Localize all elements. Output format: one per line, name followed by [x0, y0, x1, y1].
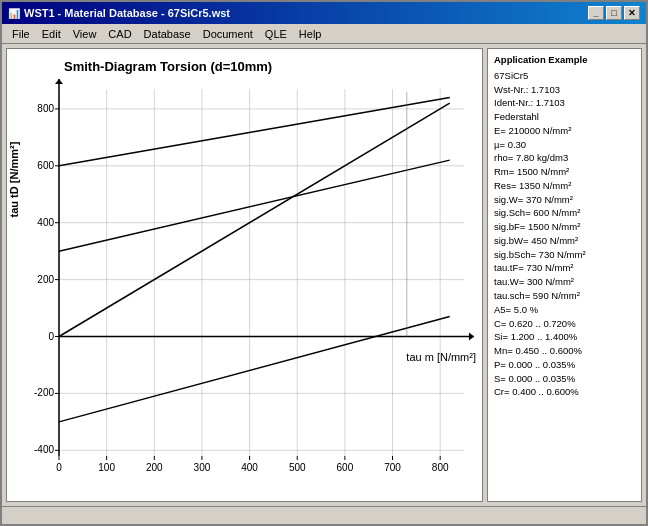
menu-edit[interactable]: Edit	[36, 26, 67, 42]
content-area: Application Example 67SiCr5 Wst-Nr.: 1.7…	[2, 44, 646, 506]
info-rho: rho= 7.80 kg/dm3	[494, 151, 635, 165]
status-bar	[2, 506, 646, 524]
info-sigbF: sig.bF= 1500 N/mm²	[494, 220, 635, 234]
window-icon: 📊	[8, 8, 20, 19]
info-C: C= 0.620 .. 0.720%	[494, 317, 635, 331]
menu-database[interactable]: Database	[138, 26, 197, 42]
menu-qle[interactable]: QLE	[259, 26, 293, 42]
info-sigbW: sig.bW= 450 N/mm²	[494, 234, 635, 248]
info-S: S= 0.000 .. 0.035%	[494, 372, 635, 386]
info-wst-nr: Wst-Nr.: 1.7103	[494, 83, 635, 97]
menu-file[interactable]: File	[6, 26, 36, 42]
info-mu: µ= 0.30	[494, 138, 635, 152]
info-material: 67SiCr5	[494, 69, 635, 83]
info-ident-nr: Ident-Nr.: 1.7103	[494, 96, 635, 110]
info-A5: A5= 5.0 %	[494, 303, 635, 317]
chart-area	[6, 48, 483, 502]
info-Cr: Cr= 0.400 .. 0.600%	[494, 385, 635, 399]
info-P: P= 0.000 .. 0.035%	[494, 358, 635, 372]
menu-bar: File Edit View CAD Database Document QLE…	[2, 24, 646, 44]
main-window: 📊 WST1 - Material Database - 67SiCr5.wst…	[0, 0, 648, 526]
info-sigW: sig.W= 370 N/mm²	[494, 193, 635, 207]
info-tauF: tau.tF= 730 N/mm²	[494, 261, 635, 275]
info-sigbSch: sig.bSch= 730 N/mm²	[494, 248, 635, 262]
info-Res: Res= 1350 N/mm²	[494, 179, 635, 193]
info-panel: Application Example 67SiCr5 Wst-Nr.: 1.7…	[487, 48, 642, 502]
menu-help[interactable]: Help	[293, 26, 328, 42]
window-title: WST1 - Material Database - 67SiCr5.wst	[24, 7, 230, 19]
info-tauW: tau.W= 300 N/mm²	[494, 275, 635, 289]
info-E: E= 210000 N/mm²	[494, 124, 635, 138]
info-Mn: Mn= 0.450 .. 0.600%	[494, 344, 635, 358]
info-sigSch: sig.Sch= 600 N/mm²	[494, 206, 635, 220]
menu-cad[interactable]: CAD	[102, 26, 137, 42]
menu-document[interactable]: Document	[197, 26, 259, 42]
info-Rm: Rm= 1500 N/mm²	[494, 165, 635, 179]
menu-view[interactable]: View	[67, 26, 103, 42]
minimize-button[interactable]: _	[588, 6, 604, 20]
info-title: Application Example	[494, 53, 635, 67]
title-bar-controls: _ □ ✕	[588, 6, 640, 20]
info-tauSch: tau.sch= 590 N/mm²	[494, 289, 635, 303]
maximize-button[interactable]: □	[606, 6, 622, 20]
info-type: Federstahl	[494, 110, 635, 124]
smith-diagram-canvas	[7, 49, 482, 501]
title-bar-left: 📊 WST1 - Material Database - 67SiCr5.wst	[8, 7, 230, 19]
close-button[interactable]: ✕	[624, 6, 640, 20]
info-Si: Si= 1.200 .. 1.400%	[494, 330, 635, 344]
title-bar: 📊 WST1 - Material Database - 67SiCr5.wst…	[2, 2, 646, 24]
